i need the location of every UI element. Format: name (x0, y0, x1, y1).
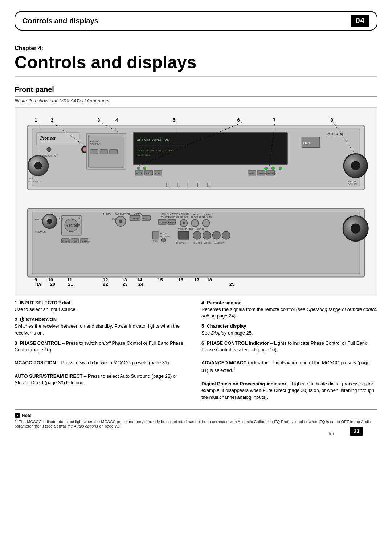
desc-6-title2: ADVANCED MCACC indicator (201, 360, 268, 365)
svg-text:CHARACTER DISPLAY AREA: CHARACTER DISPLAY AREA (137, 138, 170, 141)
desc-2-title: 2 ⏻ STANDBY/ON (15, 317, 57, 322)
svg-text:E L I T E: E L I T E (166, 182, 213, 188)
header-title: Controls and displays (23, 17, 98, 25)
desc-4-title: 4 Remote sensor (201, 300, 241, 305)
svg-text:STANDARD: STANDARD (259, 173, 269, 175)
desc-item-5: 5 Character display See Display on page … (201, 323, 377, 336)
num-label-8: 8 (331, 117, 333, 122)
svg-text:PHONES: PHONES (35, 231, 46, 233)
desc-2-num: 2 (15, 317, 17, 322)
svg-text:TUNER EDIT: TUNER EDIT (130, 218, 143, 220)
svg-text:RETURN: RETURN (81, 240, 90, 242)
desc-5-num: 5 (201, 323, 204, 329)
num-label-6: 6 (237, 117, 240, 122)
svg-text:21: 21 (68, 281, 73, 287)
section-subtitle: Illustration shows the VSX-94TXH front p… (15, 98, 377, 104)
svg-rect-101 (178, 231, 189, 239)
svg-text:HDMI: HDMI (303, 142, 310, 145)
svg-text:· · · · · · · · · · · · · · · : · · · · · · · · · · · · · · · · · · · · … (137, 144, 190, 146)
svg-point-26 (265, 167, 268, 170)
section-title: Front panel (15, 85, 377, 97)
svg-point-28 (279, 167, 282, 170)
desc-item-2: 2 ⏻ STANDBY/ON Switches the receiver bet… (15, 316, 191, 336)
description-column-left: 1 INPUT SELECTOR dial Use to select an i… (15, 300, 191, 404)
desc-2-text: Switches the receiver between on and sta… (15, 323, 180, 335)
svg-rect-19 (133, 132, 287, 165)
svg-text:DIGITAL VIDEO  DIGITAL VIDEO: DIGITAL VIDEO DIGITAL VIDEO (137, 149, 172, 151)
svg-text:16: 16 (178, 277, 183, 283)
svg-rect-17 (100, 150, 108, 154)
svg-text:ON/OFF: ON/OFF (168, 222, 177, 224)
desc-4-num: 4 (201, 300, 204, 305)
desc-1-num: 1 (15, 300, 17, 305)
svg-text:VIDEO: VIDEO (204, 242, 211, 244)
page-number: 23 (350, 427, 363, 436)
note-body: The MCACC indicator does not light when … (15, 420, 371, 428)
svg-text:HOME: HOME (249, 173, 255, 175)
svg-text:S-VIDEO: S-VIDEO (193, 242, 203, 244)
svg-text:MULTI - ZONE &: MULTI - ZONE & (162, 212, 181, 215)
svg-rect-96 (152, 231, 159, 239)
num-label-3: 3 (97, 117, 100, 122)
svg-text:22: 22 (103, 281, 108, 287)
chapter-area: Chapter 4: Controls and displays (15, 45, 377, 77)
svg-text:STEREO/: STEREO/ (203, 213, 213, 215)
desc-3-num: 3 (15, 340, 17, 346)
svg-text:23: 23 (122, 281, 127, 287)
svg-text:19: 19 (36, 281, 41, 287)
svg-text:SR ch: SR ch (192, 213, 198, 215)
svg-text:▼: ▼ (70, 230, 74, 234)
svg-text:SELECT: SELECT (180, 216, 188, 218)
svg-rect-16 (90, 150, 98, 154)
svg-point-11 (83, 147, 87, 152)
content-columns: 1 INPUT SELECTOR dial Use to select an i… (15, 300, 377, 404)
desc-3-title2: MCACC POSITION (15, 360, 56, 365)
svg-text:⊙: ⊙ (46, 220, 49, 224)
desc-item-6: 6 PHASE CONTROL indicator – Lights to in… (201, 340, 377, 401)
desc-6-num: 6 (201, 340, 204, 346)
svg-text:USB: USB (153, 239, 157, 242)
desc-4-text: Receives the signals from the remote con… (201, 307, 377, 319)
num-label-7: 7 (273, 117, 275, 122)
svg-point-88 (183, 222, 185, 224)
svg-point-25 (143, 167, 146, 170)
svg-text:20: 20 (50, 281, 55, 287)
svg-text:SOURCE/REC SEL: SOURCE/REC SEL (160, 216, 180, 218)
num-label-2: 2 (51, 117, 53, 122)
desc-6-title1: PHASE CONTROL indicator (207, 340, 269, 346)
svg-text:SETUP: SETUP (62, 240, 69, 242)
svg-text:VOLUME: VOLUME (348, 183, 358, 185)
svg-rect-18 (110, 150, 118, 154)
num-label-1: 1 (34, 117, 37, 122)
desc-item-1: 1 INPUT SELECTOR dial Use to select an i… (15, 300, 191, 313)
top-header: Controls and displays 04 (15, 11, 377, 31)
svg-text:▲: ▲ (70, 218, 74, 221)
desc-5-title: 5 Character display (201, 323, 246, 329)
chapter-badge: 04 (351, 15, 369, 27)
svg-text:PROCESSING: PROCESSING (137, 154, 150, 156)
svg-text:MCACC: MCACC (160, 232, 168, 235)
svg-text:ENTER: ENTER (68, 223, 80, 227)
svg-text:CONTROL: CONTROL (90, 143, 102, 146)
svg-point-24 (137, 167, 140, 170)
desc-6-title3: Digital Precision Processing indicator (201, 381, 286, 386)
svg-point-104 (212, 231, 220, 239)
en-label: En (329, 431, 334, 436)
desc-item-3: 3 PHASE CONTROL – Press to switch on/off… (15, 340, 191, 386)
desc-1-title: 1 INPUT SELECTOR dial (15, 300, 70, 305)
svg-point-45 (351, 161, 360, 170)
desc-5-text: See Display on page 25. (201, 330, 253, 336)
svg-point-111 (351, 224, 360, 233)
svg-text:►: ► (75, 224, 78, 227)
svg-text:17: 17 (194, 277, 199, 283)
svg-text:AUDIO ← PARAMETER → VIDEO: AUDIO ← PARAMETER → VIDEO (103, 212, 142, 215)
svg-point-4 (47, 147, 51, 152)
svg-point-102 (193, 231, 201, 239)
svg-point-94 (203, 219, 210, 227)
diagram-svg: 1 2 3 4 5 6 7 8 Pioneer STANDBY/ON (15, 108, 377, 296)
note-text: 1. The MCACC indicator does not light wh… (15, 420, 377, 428)
content-area: 1 INPUT SELECTOR dial Use to select an i… (15, 300, 377, 404)
svg-text:AUTO: AUTO (155, 173, 160, 175)
svg-point-27 (271, 167, 274, 170)
note-box: ● Note 1. The MCACC indicator does not l… (15, 409, 377, 428)
